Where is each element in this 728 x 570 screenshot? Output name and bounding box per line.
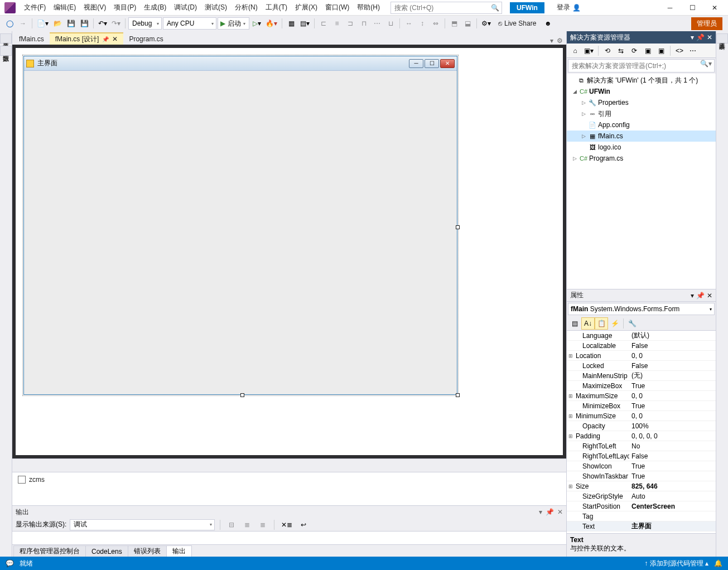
tree-logo[interactable]: 🖼logo.ico [567, 142, 716, 153]
sol-btn-2[interactable]: ▣▾ [582, 45, 595, 57]
panel-dropdown-icon[interactable]: ▾ [691, 292, 694, 300]
config-dropdown[interactable]: Debug [128, 17, 162, 30]
property-row[interactable]: ShowInTaskbarTrue [567, 471, 716, 481]
property-row[interactable]: RightToLeftLayoutFalse [567, 451, 716, 461]
property-row[interactable]: MaximizeBoxTrue [567, 381, 716, 391]
out-wrap-button[interactable]: ↩ [297, 519, 310, 531]
panel-dropdown-icon[interactable]: ▾ [691, 33, 694, 41]
tree-solution-root[interactable]: ⧉解决方案 'UFWin' (1 个项目，共 1 个) [567, 75, 716, 86]
property-row[interactable]: Language(默认) [567, 331, 716, 341]
alphabetical-button[interactable]: A↓ [581, 317, 595, 330]
property-row[interactable]: LocalizableFalse [567, 341, 716, 351]
property-row[interactable]: StartPositionCenterScreen [567, 501, 716, 511]
platform-dropdown[interactable]: Any CPU [163, 17, 216, 30]
maximize-button[interactable]: ☐ [681, 1, 703, 15]
form-designer[interactable]: 主界面 ─ ☐ ✕ [12, 45, 566, 458]
pin-icon[interactable]: 📌 [696, 33, 705, 41]
minimize-button[interactable]: ─ [659, 1, 681, 15]
pin-icon[interactable]: 📌 [696, 292, 705, 300]
home-button[interactable]: ⌂ [569, 45, 581, 57]
toolbar-misc[interactable]: ⚙▾ [480, 17, 493, 30]
tree-project[interactable]: ◢C#UFWin [567, 86, 716, 97]
datasource-tab[interactable]: 数据源 [0, 46, 12, 56]
property-row[interactable]: ShowIconTrue [567, 461, 716, 471]
menu-扩展(X)[interactable]: 扩展(X) [291, 1, 321, 15]
start-nodebug-button[interactable]: ▷▾ [250, 17, 263, 30]
doc-tab[interactable]: fMain.cs [13, 32, 50, 45]
notifications-icon[interactable]: 🔔 [714, 559, 722, 567]
save-button[interactable]: 💾 [65, 17, 77, 30]
sol-more-button[interactable]: ⋯ [687, 45, 699, 57]
property-row[interactable]: RightToLeftNo [567, 441, 716, 451]
panel-close-icon[interactable]: ✕ [707, 33, 712, 41]
menu-工具(T)[interactable]: 工具(T) [262, 1, 291, 15]
property-row[interactable]: LockedFalse [567, 361, 716, 371]
tree-program[interactable]: ▷C#Program.cs [567, 153, 716, 164]
bottom-tab[interactable]: 错误列表 [128, 545, 167, 557]
solution-explorer-header[interactable]: 解决方案资源管理器 ▾📌✕ [567, 31, 716, 44]
start-debug-button[interactable]: ▶启动▾ [218, 17, 249, 30]
menu-项目(P)[interactable]: 项目(P) [110, 1, 140, 15]
bottom-tab[interactable]: 程序包管理器控制台 [13, 545, 86, 557]
source-control-button[interactable]: ↑ 添加到源代码管理 ▴ [644, 559, 708, 568]
property-row[interactable]: Text主界面 [567, 521, 716, 532]
menu-窗口(W)[interactable]: 窗口(W) [321, 1, 353, 15]
login-button[interactable]: 登录👤 [553, 1, 584, 14]
close-button[interactable]: ✕ [703, 1, 726, 15]
save-all-button[interactable]: 💾 [78, 17, 90, 30]
tab-settings-icon[interactable]: ⚙ [557, 37, 563, 45]
menu-生成(B)[interactable]: 生成(B) [140, 1, 170, 15]
bottom-tab[interactable]: 输出 [166, 545, 192, 557]
open-button[interactable]: 📂 [51, 17, 64, 30]
liveshare-button[interactable]: ⎋Live Share [494, 20, 541, 27]
diagnostics-tab[interactable]: 诊断工具 [716, 33, 728, 44]
property-row[interactable]: MainMenuStrip(无) [567, 371, 716, 381]
code-view-button[interactable]: <> [673, 45, 686, 57]
menu-视图(V)[interactable]: 视图(V) [80, 1, 110, 15]
menu-帮助(H)[interactable]: 帮助(H) [353, 1, 384, 15]
component-tray[interactable]: zcms [12, 472, 566, 505]
prop-pages-button[interactable]: 🔧 [625, 317, 639, 330]
tablist-dropdown[interactable]: ▾ [550, 37, 553, 45]
panel-close-icon[interactable]: ✕ [707, 292, 712, 300]
property-row[interactable]: ⊞Size825, 646 [567, 481, 716, 491]
menu-分析(N)[interactable]: 分析(N) [231, 1, 262, 15]
properties-button[interactable]: 📋 [595, 317, 608, 330]
properties-object-selector[interactable]: fMain System.Windows.Forms.Form [568, 303, 715, 315]
property-row[interactable]: ⊞Location0, 0 [567, 351, 716, 361]
solution-search-input[interactable] [568, 60, 698, 72]
nav-back-button[interactable]: ◯ [3, 17, 16, 30]
output-source-dropdown[interactable]: 调试 [70, 519, 215, 530]
search-input[interactable] [391, 4, 489, 12]
form-preview[interactable]: 主界面 ─ ☐ ✕ [23, 56, 457, 395]
sol-btn-3[interactable]: ⟲ [601, 45, 614, 57]
hot-reload-button[interactable]: 🔥▾ [264, 17, 279, 30]
close-icon[interactable]: ✕ [112, 35, 118, 43]
refresh-button[interactable]: ⟳ [628, 45, 640, 57]
panel-dropdown-icon[interactable]: ▾ [539, 508, 542, 516]
properties-grid[interactable]: Language(默认)LocalizableFalse⊞Location0, … [567, 331, 716, 533]
bottom-tab[interactable]: CodeLens [85, 545, 128, 557]
events-button[interactable]: ⚡ [608, 317, 621, 330]
property-row[interactable]: MinimizeBoxTrue [567, 401, 716, 411]
pin-icon[interactable]: 📌 [102, 36, 109, 42]
tree-appconfig[interactable]: 📄App.config [567, 119, 716, 131]
properties-header[interactable]: 属性 ▾📌✕ [567, 289, 716, 302]
layout-button-1[interactable]: ▦ [285, 17, 297, 30]
panel-close-icon[interactable]: ✕ [557, 508, 563, 516]
menu-测试(S)[interactable]: 测试(S) [201, 1, 231, 15]
tree-fmain[interactable]: ▷▦fMain.cs [567, 131, 716, 142]
property-row[interactable]: Opacity100% [567, 421, 716, 431]
toolbox-tab[interactable]: 工具箱 [0, 33, 12, 44]
pin-icon[interactable]: 📌 [546, 508, 554, 516]
property-row[interactable]: Tag [567, 511, 716, 521]
out-clear-button[interactable]: ✕≣ [279, 519, 294, 531]
menu-调试(D)[interactable]: 调试(D) [170, 1, 201, 15]
menu-文件(F)[interactable]: 文件(F) [20, 1, 50, 15]
solution-tree[interactable]: ⧉解决方案 'UFWin' (1 个项目，共 1 个) ◢C#UFWin ▷🔧P… [567, 74, 716, 289]
property-row[interactable]: ⊞MinimumSize0, 0 [567, 411, 716, 421]
feedback-button[interactable]: ☻ [542, 17, 554, 30]
solution-search[interactable]: 🔍▾ [568, 59, 715, 73]
property-row[interactable]: SizeGripStyleAuto [567, 491, 716, 501]
doc-tab[interactable]: fMain.cs [设计]📌✕ [50, 32, 124, 45]
